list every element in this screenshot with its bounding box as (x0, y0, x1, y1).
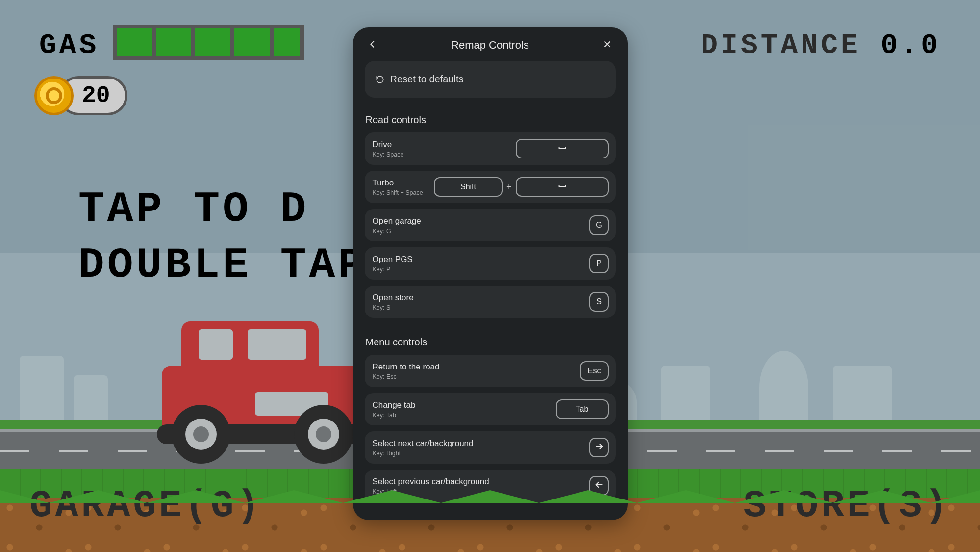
turbo-label: Turbo (373, 178, 423, 188)
open-garage-label: Open garage (373, 216, 421, 226)
turbo-sub: Key: Shift + Space (373, 189, 423, 196)
control-row-change-tab: Change tab Key: Tab Tab (365, 393, 616, 425)
control-row-select-next: Select next car/background Key: Right (365, 431, 616, 464)
key-shift[interactable]: Shift (434, 177, 503, 197)
open-pgs-label: Open PGS (373, 255, 413, 264)
change-tab-label: Change tab (373, 400, 416, 410)
control-row-turbo: Turbo Key: Shift + Space Shift + (365, 171, 616, 203)
open-pgs-sub: Key: P (373, 266, 413, 273)
control-row-open-store: Open store Key: S S (365, 286, 616, 318)
key-s[interactable]: S (589, 292, 609, 312)
open-store-sub: Key: S (373, 304, 414, 311)
plus-separator: + (506, 182, 512, 192)
close-icon (602, 39, 613, 52)
select-next-sub: Key: Right (373, 450, 474, 457)
control-row-open-garage: Open garage Key: G G (365, 209, 616, 241)
select-next-label: Select next car/background (373, 439, 474, 448)
modal-header: Remap Controls (353, 27, 628, 61)
key-space[interactable] (516, 177, 609, 197)
space-icon (557, 181, 568, 193)
key-tab[interactable]: Tab (556, 399, 609, 419)
coin-icon (34, 76, 74, 115)
open-garage-sub: Key: G (373, 228, 421, 235)
modal-body: Reset to defaults Road controls Drive Ke… (353, 61, 628, 508)
drive-label: Drive (373, 140, 404, 150)
return-label: Return to the road (373, 362, 440, 372)
reset-to-defaults[interactable]: Reset to defaults (365, 61, 616, 98)
close-button[interactable] (599, 36, 616, 54)
back-button[interactable] (364, 36, 381, 54)
section-menu-title: Menu controls (366, 337, 616, 348)
open-store-label: Open store (373, 293, 414, 303)
key-right[interactable] (589, 438, 609, 457)
remap-controls-modal: Remap Controls Reset to defaults Road co… (353, 27, 628, 520)
space-icon (557, 142, 568, 155)
return-sub: Key: Esc (373, 373, 440, 380)
modal-title: Remap Controls (451, 39, 529, 52)
change-tab-sub: Key: Tab (373, 412, 416, 419)
arrow-left-icon (367, 39, 378, 52)
key-g[interactable]: G (589, 215, 609, 235)
drive-sub: Key: Space (373, 151, 404, 158)
refresh-icon (376, 75, 384, 84)
arrow-right-icon (594, 441, 604, 454)
select-prev-label: Select previous car/background (373, 477, 489, 487)
control-row-return: Return to the road Key: Esc Esc (365, 355, 616, 387)
arrow-left-icon (594, 479, 604, 492)
control-row-drive: Drive Key: Space (365, 132, 616, 165)
key-space[interactable] (516, 139, 609, 158)
key-esc[interactable]: Esc (580, 361, 609, 381)
section-road-title: Road controls (366, 114, 616, 126)
control-row-open-pgs: Open PGS Key: P P (365, 247, 616, 280)
reset-label: Reset to defaults (390, 74, 464, 85)
key-p[interactable]: P (589, 254, 609, 273)
